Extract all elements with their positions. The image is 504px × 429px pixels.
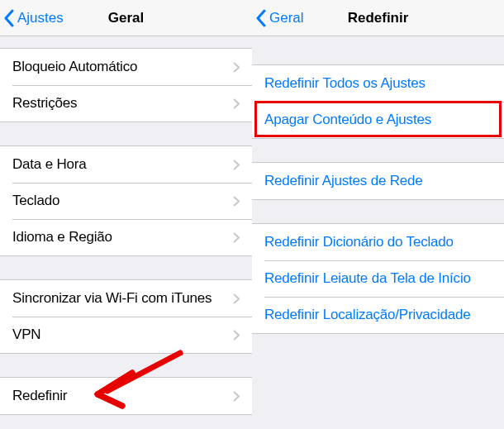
row-label: Restrições [12,95,233,112]
chevron-right-icon [233,232,240,243]
group-reset-misc: Redefinir Dicionário do Teclado Redefini… [252,223,504,334]
row-label: Sincronizar via Wi-Fi com iTunes [12,290,233,307]
row-label: Redefinir Dicionário do Teclado [264,234,492,250]
row-label: Redefinir Leiaute da Tela de Início [264,270,492,287]
row-idioma-regiao[interactable]: Idioma e Região [0,219,252,255]
chevron-right-icon [233,196,240,207]
chevron-right-icon [233,160,240,170]
chevron-right-icon [233,330,240,341]
chevron-right-icon [233,391,240,402]
back-label: Ajustes [17,10,64,26]
row-teclado[interactable]: Teclado [0,183,252,219]
back-to-ajustes[interactable]: Ajustes [3,0,64,36]
navbar-right: Geral Redefinir [252,0,504,36]
group-reset-network: Redefinir Ajustes de Rede [252,162,504,200]
row-apagar-conteudo[interactable]: Apagar Conteúdo e Ajustes [252,102,504,138]
row-data-hora[interactable]: Data e Hora [0,146,252,183]
row-label: Data e Hora [12,156,233,173]
group-sync: Sincronizar via Wi-Fi com iTunes VPN [0,279,252,354]
row-redefinir-leiaute[interactable]: Redefinir Leiaute da Tela de Início [252,260,504,297]
row-redefinir[interactable]: Redefinir [0,378,252,414]
row-sincronizar-wifi[interactable]: Sincronizar via Wi-Fi com iTunes [0,280,252,317]
pane-redefinir: Geral Redefinir Redefinir Todos os Ajust… [252,0,504,429]
group-lock: Bloqueio Automático Restrições [0,48,252,122]
group-reset-all: Redefinir Todos os Ajustes Apagar Conteú… [252,64,504,139]
row-vpn[interactable]: VPN [0,317,252,353]
row-label: Idioma e Região [12,229,233,245]
chevron-left-icon [3,9,14,27]
chevron-right-icon [233,293,240,304]
row-label: Teclado [12,193,233,209]
row-label: Redefinir Localização/Privacidade [264,307,492,323]
back-to-geral[interactable]: Geral [255,0,304,36]
row-label: VPN [12,327,233,343]
row-label: Redefinir [12,388,233,404]
navbar-left: Ajustes Geral [0,0,252,36]
row-label: Bloqueio Automático [12,59,233,75]
row-label: Apagar Conteúdo e Ajustes [264,112,492,128]
row-redefinir-dicionario[interactable]: Redefinir Dicionário do Teclado [252,224,504,260]
chevron-right-icon [233,98,240,109]
row-redefinir-todos[interactable]: Redefinir Todos os Ajustes [252,65,504,102]
chevron-right-icon [233,62,240,73]
group-locale: Data e Hora Teclado Idioma e Região [0,145,252,256]
row-redefinir-localizacao[interactable]: Redefinir Localização/Privacidade [252,297,504,333]
chevron-left-icon [255,9,266,27]
row-redefinir-rede[interactable]: Redefinir Ajustes de Rede [252,163,504,199]
row-restricoes[interactable]: Restrições [0,85,252,122]
row-label: Redefinir Ajustes de Rede [264,173,492,189]
row-label: Redefinir Todos os Ajustes [264,75,492,92]
row-bloqueio-automatico[interactable]: Bloqueio Automático [0,49,252,85]
back-label: Geral [269,10,304,26]
pane-geral: Ajustes Geral Bloqueio Automático Restri… [0,0,252,429]
group-reset: Redefinir [0,377,252,415]
